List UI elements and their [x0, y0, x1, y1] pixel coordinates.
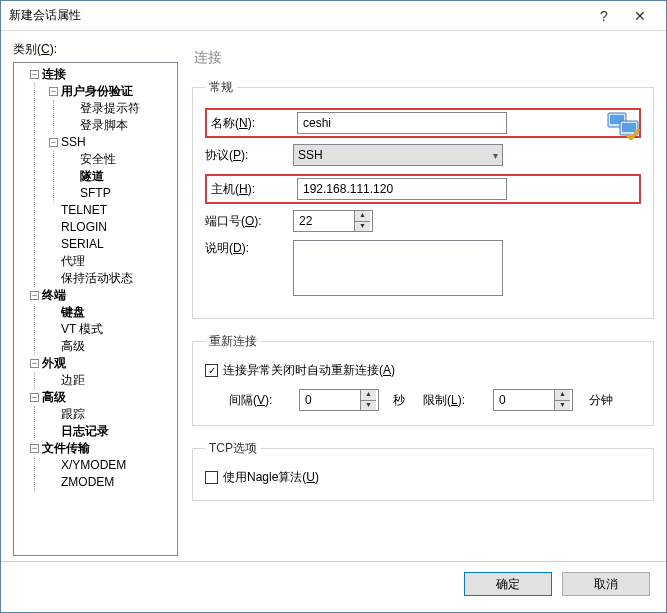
protocol-value: SSH	[298, 148, 323, 162]
seconds-label: 秒	[393, 392, 405, 409]
window-title: 新建会话属性	[9, 7, 586, 24]
host-label: 主机(H):	[209, 181, 297, 198]
chevron-down-icon: ▾	[493, 150, 498, 161]
reconnect-group: 重新连接 ✓ 连接异常关闭时自动重新连接(A) 间隔(V): ▲▼ 秒 限制(L…	[192, 333, 654, 426]
tree-keyboard[interactable]: 键盘	[61, 305, 85, 319]
connection-icon	[607, 110, 641, 140]
tree-xymodem[interactable]: X/YMODEM	[61, 458, 126, 472]
tree-proxy[interactable]: 代理	[61, 254, 85, 268]
general-legend: 常规	[205, 79, 237, 96]
tcp-group: TCP选项 使用Nagle算法(U)	[192, 440, 654, 501]
spin-up-icon[interactable]: ▲	[355, 211, 370, 222]
tree-toggle-icon[interactable]: −	[30, 444, 39, 453]
spin-up-icon[interactable]: ▲	[361, 390, 376, 401]
protocol-label: 协议(P):	[205, 147, 293, 164]
nagle-checkbox[interactable]	[205, 471, 218, 484]
spin-up-icon[interactable]: ▲	[555, 390, 570, 401]
tree-toggle-icon[interactable]: −	[30, 393, 39, 402]
minutes-label: 分钟	[589, 392, 613, 409]
tree-filetransfer[interactable]: 文件传输	[42, 441, 90, 455]
titlebar: 新建会话属性 ? ✕	[1, 1, 666, 31]
tree-margin[interactable]: 边距	[61, 373, 85, 387]
spin-down-icon[interactable]: ▼	[361, 401, 376, 411]
tree-toggle-icon[interactable]: −	[49, 138, 58, 147]
close-button[interactable]: ✕	[622, 2, 658, 30]
interval-input[interactable]	[300, 390, 360, 410]
name-input[interactable]	[297, 112, 507, 134]
tree-keepalive[interactable]: 保持活动状态	[61, 271, 133, 285]
host-row-highlight: 主机(H):	[205, 174, 641, 204]
general-group: 常规 名称(N): 协议(P): SSH ▾ 主机(H):	[192, 79, 654, 319]
tree-toggle-icon[interactable]: −	[30, 359, 39, 368]
tree-login-script[interactable]: 登录脚本	[80, 118, 128, 132]
tcp-legend: TCP选项	[205, 440, 261, 457]
tree-sftp[interactable]: SFTP	[80, 186, 111, 200]
tree-login-prompt[interactable]: 登录提示符	[80, 101, 140, 115]
tree-tunnel[interactable]: 隧道	[80, 169, 104, 183]
tree-zmodem[interactable]: ZMODEM	[61, 475, 114, 489]
tree-appearance[interactable]: 外观	[42, 356, 66, 370]
spin-down-icon[interactable]: ▼	[555, 401, 570, 411]
tree-trace[interactable]: 跟踪	[61, 407, 85, 421]
interval-label: 间隔(V):	[229, 392, 289, 409]
ok-button[interactable]: 确定	[464, 572, 552, 596]
host-input[interactable]	[297, 178, 507, 200]
tree-toggle-icon[interactable]: −	[30, 70, 39, 79]
name-label: 名称(N):	[209, 115, 297, 132]
port-stepper[interactable]: ▲▼	[293, 210, 373, 232]
tree-terminal[interactable]: 终端	[42, 288, 66, 302]
cancel-button[interactable]: 取消	[562, 572, 650, 596]
desc-label: 说明(D):	[205, 240, 293, 257]
limit-input[interactable]	[494, 390, 554, 410]
tree-toggle-icon[interactable]: −	[49, 87, 58, 96]
footer: 确定 取消	[1, 561, 666, 606]
category-tree[interactable]: −连接 −用户身份验证 登录提示符 登录脚本 −SSH 安全性 隧道	[13, 62, 178, 556]
tree-ssh[interactable]: SSH	[61, 135, 86, 149]
tree-toggle-icon[interactable]: −	[30, 291, 39, 300]
limit-stepper[interactable]: ▲▼	[493, 389, 573, 411]
tree-advanced[interactable]: 高级	[42, 390, 66, 404]
tree-vtmode[interactable]: VT 模式	[61, 322, 103, 336]
port-input[interactable]	[294, 211, 354, 231]
tree-security[interactable]: 安全性	[80, 152, 116, 166]
limit-label: 限制(L):	[423, 392, 483, 409]
desc-textarea[interactable]	[293, 240, 503, 296]
tree-advanced-term[interactable]: 高级	[61, 339, 85, 353]
tree-logging[interactable]: 日志记录	[61, 424, 109, 438]
tree-serial[interactable]: SERIAL	[61, 237, 104, 251]
tree-rlogin[interactable]: RLOGIN	[61, 220, 107, 234]
tree-auth[interactable]: 用户身份验证	[61, 84, 133, 98]
auto-reconnect-checkbox[interactable]: ✓	[205, 364, 218, 377]
name-row-highlight: 名称(N):	[205, 108, 641, 138]
nagle-label: 使用Nagle算法(U)	[223, 469, 319, 486]
page-title: 连接	[194, 49, 654, 67]
protocol-select[interactable]: SSH ▾	[293, 144, 503, 166]
tree-connection[interactable]: 连接	[42, 67, 66, 81]
svg-rect-3	[622, 123, 636, 132]
auto-reconnect-label: 连接异常关闭时自动重新连接(A)	[223, 362, 395, 379]
spin-down-icon[interactable]: ▼	[355, 222, 370, 232]
tree-telnet[interactable]: TELNET	[61, 203, 107, 217]
category-label: 类别(C):	[13, 41, 178, 58]
reconnect-legend: 重新连接	[205, 333, 261, 350]
help-button[interactable]: ?	[586, 2, 622, 30]
interval-stepper[interactable]: ▲▼	[299, 389, 379, 411]
port-label: 端口号(O):	[205, 213, 293, 230]
